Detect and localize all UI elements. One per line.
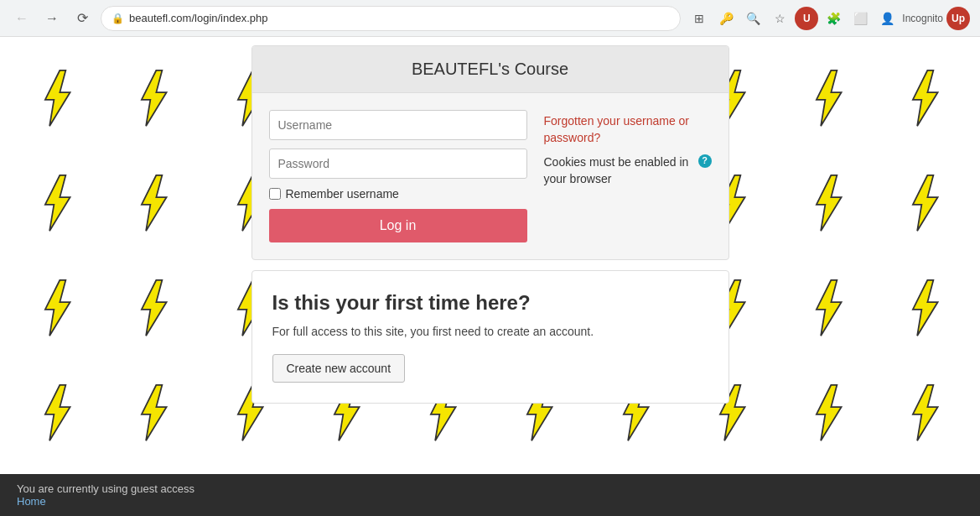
- login-form: Remember username Log in Forgotten your …: [252, 93, 729, 259]
- first-time-desc: For full access to this site, you first …: [272, 323, 708, 341]
- apps-icon[interactable]: ⊞: [687, 7, 711, 30]
- account-icon[interactable]: 👤: [875, 7, 899, 30]
- forward-button[interactable]: →: [40, 7, 64, 30]
- login-button[interactable]: Log in: [269, 209, 527, 242]
- extension-u-icon[interactable]: U: [795, 7, 818, 30]
- bolt-cell: [105, 361, 201, 466]
- svg-marker-1: [142, 70, 167, 126]
- bookmark-icon[interactable]: ☆: [768, 7, 791, 30]
- guest-text: You are currently using guest access: [17, 482, 963, 495]
- password-input[interactable]: [269, 149, 527, 179]
- page-footer: You are currently using guest access Hom…: [0, 474, 980, 516]
- bolt-cell: [875, 361, 972, 466]
- bolt-cell: [8, 361, 105, 466]
- remember-label: Remember username: [286, 187, 399, 201]
- bolt-cell: [105, 45, 201, 150]
- url-text: beautefl.com/login/index.php: [129, 12, 268, 24]
- back-button[interactable]: ←: [10, 7, 34, 30]
- svg-marker-19: [912, 175, 937, 232]
- bolt-cell: [779, 45, 875, 150]
- svg-marker-28: [817, 280, 842, 336]
- bolt-cell: [875, 150, 972, 255]
- remember-row: Remember username: [269, 187, 527, 201]
- bolt-cell: [779, 256, 875, 361]
- forgot-link[interactable]: Forgotten your username or password?: [544, 113, 712, 146]
- address-bar[interactable]: 🔒 beautefl.com/login/index.php: [101, 6, 681, 31]
- lock-icon: 🔒: [111, 13, 124, 24]
- info-icon[interactable]: ?: [698, 154, 712, 168]
- remember-checkbox[interactable]: [269, 188, 281, 200]
- cookies-text: Cookies must be enabled in your browser …: [544, 154, 712, 187]
- svg-marker-38: [817, 385, 842, 441]
- home-link[interactable]: Home: [17, 495, 46, 508]
- incognito-label: Incognito: [902, 13, 943, 24]
- puzzle-icon[interactable]: 🧩: [822, 7, 845, 30]
- bolt-cell: [8, 45, 105, 150]
- profile-button[interactable]: Up: [946, 7, 970, 30]
- svg-marker-39: [912, 385, 937, 441]
- first-time-card: Is this your first time here? For full a…: [251, 270, 729, 404]
- login-card: BEAUTEFL's Course Remember username Log …: [251, 45, 729, 260]
- svg-marker-0: [45, 70, 70, 126]
- form-right: Forgotten your username or password? Coo…: [544, 110, 712, 242]
- search-icon[interactable]: 🔍: [741, 7, 765, 30]
- svg-marker-20: [45, 280, 70, 336]
- bolt-cell: [779, 361, 875, 466]
- svg-marker-18: [817, 175, 842, 232]
- create-account-button[interactable]: Create new account: [272, 354, 406, 383]
- bolt-cell: [875, 256, 972, 361]
- bolt-cell: [8, 256, 105, 361]
- bolt-cell: [8, 150, 105, 255]
- svg-marker-10: [45, 175, 70, 232]
- browser-chrome: ← → ⟳ 🔒 beautefl.com/login/index.php ⊞ 🔑…: [0, 0, 980, 37]
- reload-button[interactable]: ⟳: [70, 7, 94, 30]
- svg-marker-29: [912, 280, 937, 336]
- svg-marker-11: [142, 175, 167, 232]
- svg-marker-8: [817, 70, 842, 126]
- svg-marker-30: [45, 385, 70, 441]
- bolt-cell: [875, 45, 972, 150]
- username-input[interactable]: [269, 110, 527, 140]
- bolt-cell: [105, 256, 201, 361]
- svg-marker-31: [142, 385, 167, 441]
- split-view-icon[interactable]: ⬜: [848, 7, 872, 30]
- page-content: BEAUTEFL's Course Remember username Log …: [0, 37, 980, 474]
- card-title: BEAUTEFL's Course: [252, 46, 729, 93]
- toolbar-icons: ⊞ 🔑 🔍 ☆ U 🧩 ⬜ 👤 Incognito Up: [687, 7, 970, 30]
- svg-marker-9: [912, 70, 937, 126]
- form-left: Remember username Log in: [269, 110, 527, 242]
- key-icon[interactable]: 🔑: [714, 7, 738, 30]
- bolt-cell: [105, 150, 201, 255]
- svg-marker-21: [142, 280, 167, 336]
- bolt-cell: [779, 150, 875, 255]
- first-time-title: Is this your first time here?: [272, 291, 708, 315]
- card-container: BEAUTEFL's Course Remember username Log …: [251, 45, 729, 404]
